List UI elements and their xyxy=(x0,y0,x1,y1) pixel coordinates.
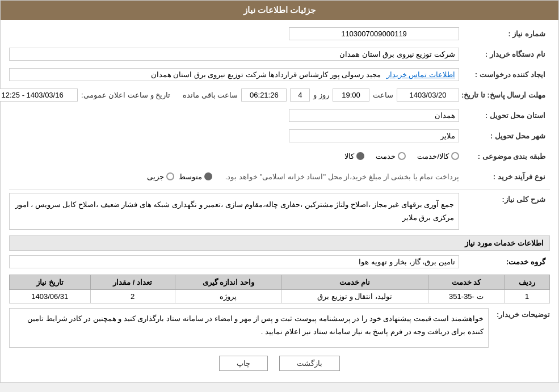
city-value: ملایر xyxy=(289,129,459,142)
service-section: اطلاعات خدمات مورد نیاز گروه خدمت: تامین… xyxy=(9,235,550,304)
deadline-days-value: 4 xyxy=(290,88,310,102)
cell-service-code: ت -35-351 xyxy=(428,289,505,303)
col-row-num: ردیف xyxy=(505,275,550,289)
deadline-remaining-label: ساعت باقی مانده xyxy=(183,91,238,99)
creator-label: ایجاد کننده درخواست : xyxy=(459,70,550,79)
deadline-remaining-value: 06:21:26 xyxy=(241,88,287,102)
province-value: همدان xyxy=(289,109,459,122)
need-number-row: شماره نیاز : 1103007009000119 xyxy=(9,26,550,41)
city-row: شهر محل تحویل : ملایر xyxy=(9,128,550,144)
cell-unit: پروژه xyxy=(175,289,281,303)
process-medium-label: متوسط xyxy=(179,172,202,181)
radio-kala-icon xyxy=(356,152,364,160)
content-area: شماره نیاز : 1103007009000119 نام دستگاه… xyxy=(1,20,558,382)
services-table: ردیف کد خدمت نام خدمت واحد اندازه گیری ت… xyxy=(9,275,550,304)
process-option-partial[interactable]: جزیی xyxy=(147,172,174,181)
category-label: طبقه بندی موضوعی : xyxy=(459,152,550,161)
category-row: طبقه بندی موضوعی : کالا/خدمت خدمت کالا xyxy=(9,148,550,164)
table-header-row: ردیف کد خدمت نام خدمت واحد اندازه گیری ت… xyxy=(10,275,550,289)
col-date: تاریخ نیاز xyxy=(10,275,91,289)
deadline-date-value: 1403/03/20 xyxy=(397,88,459,102)
deadline-label: مهلت ارسال پاسخ: تا تاریخ: xyxy=(459,91,550,99)
cell-row-num: 1 xyxy=(505,289,550,303)
process-label: نوع فرآیند خرید : xyxy=(459,172,550,181)
table-row: 1 ت -35-351 تولید، انتقال و توزیع برق پر… xyxy=(10,289,550,303)
announcement-label: تاریخ و ساعت اعلان عمومی: xyxy=(81,91,170,99)
creator-value: اطلاعات تماس خریدار مجید رسولی پور کارشن… xyxy=(9,68,459,81)
back-button[interactable]: بازگشت xyxy=(279,356,340,371)
deadline-time-value: 19:00 xyxy=(333,88,369,102)
process-note: پرداخت تمام یا بخشی از مبلغ خرید،از محل … xyxy=(225,172,459,181)
print-button[interactable]: چاپ xyxy=(219,356,268,371)
deadline-day-label: روز و xyxy=(313,91,329,99)
announcement-value: 1403/03/16 - 12:25 xyxy=(0,88,78,102)
radio-medium-icon xyxy=(204,172,212,180)
radio-partial-icon xyxy=(166,172,174,180)
category-kala-label: کالا xyxy=(344,152,354,161)
col-service-code: کد خدمت xyxy=(428,275,505,289)
buyer-org-label: نام دستگاه خریدار : xyxy=(459,50,550,58)
cell-service-name: تولید، انتقال و توزیع برق xyxy=(281,289,428,303)
category-option-kala[interactable]: کالا xyxy=(344,152,364,161)
page-wrapper: جزئیات اطلاعات نیاز شماره نیاز : 1103007… xyxy=(0,0,559,383)
col-service-name: نام خدمت xyxy=(281,275,428,289)
page-header: جزئیات اطلاعات نیاز xyxy=(1,1,558,20)
creator-row: ایجاد کننده درخواست : اطلاعات تماس خریدا… xyxy=(9,66,550,82)
cell-date: 1403/06/31 xyxy=(10,289,91,303)
buyer-org-row: نام دستگاه خریدار : شرکت توزیع نیروی برق… xyxy=(9,46,550,62)
buyer-notes-section: توضیحات خریدار: خواهشمند است قیمت پیشنها… xyxy=(9,308,550,348)
category-option-khedmat[interactable]: خدمت xyxy=(376,152,406,161)
province-row: استان محل تحویل : همدان xyxy=(9,107,550,123)
category-kala-khedmat-label: کالا/خدمت xyxy=(417,152,449,161)
process-options-row: پرداخت تمام یا بخشی از مبلغ خرید،از محل … xyxy=(147,172,459,181)
deadline-date-row: 1403/03/20 ساعت 19:00 روز و 4 06:21:26 س… xyxy=(0,88,459,102)
col-quantity: تعداد / مقدار xyxy=(90,275,175,289)
category-khedmat-label: خدمت xyxy=(376,152,396,161)
divider-1 xyxy=(9,189,550,189)
cell-quantity: 2 xyxy=(90,289,175,303)
buyer-notes-value: خواهشمند است قیمت پیشنهادی خود را در پرس… xyxy=(9,308,489,348)
need-number-value: 1103007009000119 xyxy=(289,27,459,40)
page-title: جزئیات اطلاعات نیاز xyxy=(243,5,316,15)
service-group-row: گروه خدمت: تامین برق، گاز، بخار و تهویه … xyxy=(9,254,550,270)
creator-text: مجید رسولی پور کارشناس قراردادها شرکت تو… xyxy=(151,70,381,79)
process-row: نوع فرآیند خرید : پرداخت تمام یا بخشی از… xyxy=(9,168,550,184)
category-radio-group: کالا/خدمت خدمت کالا xyxy=(344,152,459,161)
col-unit: واحد اندازه گیری xyxy=(175,275,281,289)
table-head: ردیف کد خدمت نام خدمت واحد اندازه گیری ت… xyxy=(10,275,550,289)
process-option-medium[interactable]: متوسط xyxy=(179,172,212,181)
service-group-value: تامین برق، گاز، بخار و تهویه هوا xyxy=(9,255,459,268)
table-body: 1 ت -35-351 تولید، انتقال و توزیع برق پر… xyxy=(10,289,550,303)
category-option-kala-khedmat[interactable]: کالا/خدمت xyxy=(417,152,459,161)
need-desc-row: شرح کلی نیاز: جمع آوری برقهای غیر مجاز ،… xyxy=(9,193,550,230)
need-desc-label: شرح کلی نیاز: xyxy=(459,193,550,204)
province-label: استان محل تحویل : xyxy=(459,111,550,120)
buyer-notes-label: توضیحات خریدار: xyxy=(493,308,550,319)
radio-kala-khedmat-icon xyxy=(451,152,459,160)
process-partial-label: جزیی xyxy=(147,172,164,181)
creator-link[interactable]: اطلاعات تماس خریدار xyxy=(386,70,455,79)
button-row: بازگشت چاپ xyxy=(9,356,550,371)
need-desc-value: جمع آوری برقهای غیر مجاز ،اصلاح ولتاژ مش… xyxy=(9,193,459,230)
service-group-label: گروه خدمت: xyxy=(459,258,550,266)
radio-khedmat-icon xyxy=(398,152,406,160)
need-number-label: شماره نیاز : xyxy=(459,29,550,38)
buyer-org-value: شرکت توزیع نیروی برق استان همدان xyxy=(9,48,459,61)
deadline-time-label: ساعت xyxy=(373,91,393,99)
service-info-header: اطلاعات خدمات مورد نیاز xyxy=(9,235,550,251)
city-label: شهر محل تحویل : xyxy=(459,132,550,140)
deadline-row: مهلت ارسال پاسخ: تا تاریخ: 1403/03/20 سا… xyxy=(9,87,550,103)
